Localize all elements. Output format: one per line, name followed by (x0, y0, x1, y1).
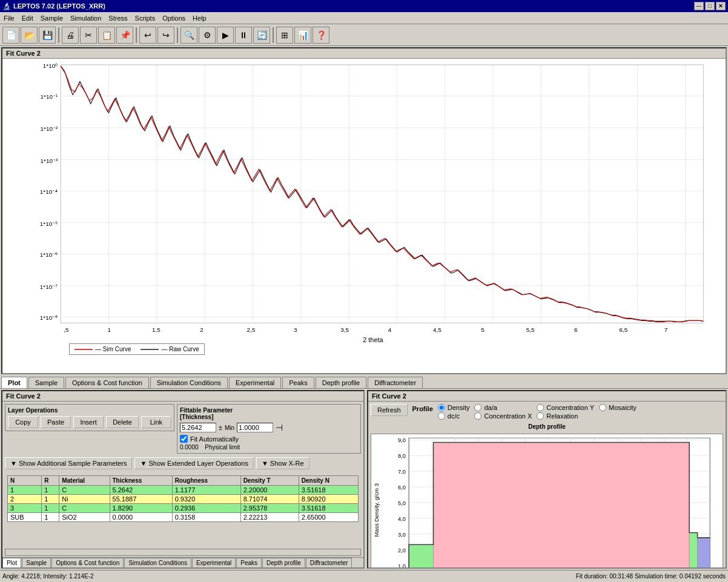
menu-edit[interactable]: Edit (18, 13, 37, 23)
title-bar-buttons: — □ ✕ (694, 2, 726, 10)
status-bar: Angle: 4.2218; Intensity: 1.214E-2 Fit d… (0, 570, 728, 582)
svg-text:8,0: 8,0 (398, 453, 406, 459)
toolbar-redo[interactable]: ↪ (157, 27, 174, 44)
relaxation-radio[interactable] (537, 412, 544, 420)
menu-options[interactable]: Options (159, 13, 189, 23)
toolbar-print[interactable]: 🖨 (62, 27, 79, 44)
profile-controls: Refresh Profile Density dc/c (368, 402, 726, 422)
menu-stress[interactable]: Stress (105, 13, 131, 23)
toolbar-chart[interactable]: 📊 (294, 27, 311, 44)
toolbar-paste[interactable]: 📌 (116, 27, 133, 44)
paste-button[interactable]: Paste (41, 416, 71, 428)
toolbar-sep-2 (136, 27, 137, 43)
toolbar-grid[interactable]: ⊞ (276, 27, 293, 44)
toolbar-new[interactable]: 📄 (2, 27, 19, 44)
radio-conc-y: Concentration Y (537, 404, 594, 411)
tab-peaks[interactable]: Peaks (282, 377, 314, 388)
left-tab-diffractometer[interactable]: Diffractometer (306, 558, 352, 567)
svg-text:1*10⁻¹: 1*10⁻¹ (41, 93, 58, 100)
toolbar-pause[interactable]: ⏸ (235, 27, 252, 44)
density-radio[interactable] (438, 404, 445, 411)
toolbar-save[interactable]: 💾 (39, 27, 56, 44)
mosaicity-radio[interactable] (599, 404, 606, 411)
svg-text:6,0: 6,0 (398, 484, 406, 491)
toolbar-cut[interactable]: ✂ (80, 27, 97, 44)
toolbar-settings[interactable]: ⚙ (199, 27, 216, 44)
menu-help[interactable]: Help (189, 13, 210, 23)
table-row[interactable]: 21Ni55.18870.93208.710748.90920 (8, 495, 359, 504)
fittable-box: Fittable Parameter[Thickness] ± Min ⊣ Fi… (177, 404, 361, 454)
tab-simulation[interactable]: Simulation Conditions (150, 377, 228, 388)
toolbar-refresh[interactable]: 🔄 (253, 27, 270, 44)
menu-scripts[interactable]: Scripts (131, 13, 159, 23)
toolbar-copy[interactable]: 📋 (98, 27, 115, 44)
svg-text:1,0: 1,0 (398, 563, 406, 569)
left-tab-plot[interactable]: Plot (2, 558, 21, 567)
table-row[interactable]: 11C5.26421.11772.200003.51618 (8, 486, 359, 495)
show-additional-button[interactable]: ▼ Show Additional Sample Parameters (5, 457, 132, 469)
table-row[interactable]: 31C1.82900.29362.953783.51618 (8, 504, 359, 513)
minimize-button[interactable]: — (694, 2, 704, 10)
tab-depth[interactable]: Depth profile (316, 377, 366, 388)
layer-table: N R Material Thickness Roughness Density… (7, 475, 359, 522)
delete-button[interactable]: Delete (106, 416, 139, 428)
toolbar-help[interactable]: ❓ (313, 27, 329, 44)
maximize-button[interactable]: □ (705, 2, 715, 10)
dcc-radio[interactable] (438, 412, 445, 420)
svg-text:1*10⁻⁷: 1*10⁻⁷ (40, 283, 58, 290)
svg-text:1,5: 1,5 (152, 326, 160, 333)
insert-button[interactable]: Insert (73, 416, 104, 428)
toolbar-zoom[interactable]: 🔍 (180, 27, 197, 44)
daa-radio[interactable] (474, 404, 481, 411)
tab-plot[interactable]: Plot (1, 377, 27, 388)
close-button[interactable]: ✕ (716, 2, 726, 10)
copy-button[interactable]: Copy (8, 416, 38, 428)
fittable-value-input[interactable] (180, 423, 216, 432)
table-wrapper: N R Material Thickness Roughness Density… (5, 473, 361, 545)
min-label: Min (225, 425, 234, 431)
tab-diffractometer[interactable]: Diffractometer (368, 377, 423, 388)
link-button[interactable]: Link (141, 416, 171, 428)
svg-text:4,5: 4,5 (433, 326, 442, 333)
radio-density: Density (438, 404, 470, 411)
table-row[interactable]: SUB1SiO20.00000.31582.222132.65000 (8, 513, 359, 522)
conc-y-radio[interactable] (537, 404, 544, 411)
left-tab-simulation[interactable]: Simulation Conditions (124, 558, 191, 567)
svg-rect-102 (434, 442, 690, 569)
left-tab-depth[interactable]: Depth profile (262, 558, 305, 567)
left-tab-experimental[interactable]: Experimental (192, 558, 236, 567)
main-tabs: Plot Sample Options & Cost function Simu… (0, 375, 728, 389)
svg-text:6,5: 6,5 (619, 326, 627, 333)
menu-simulation[interactable]: Simulation (67, 13, 105, 23)
app-icon: 🔬 (2, 2, 11, 10)
conc-x-radio[interactable] (474, 412, 481, 420)
legend-raw: — Raw Curve (141, 346, 199, 352)
menu-sample[interactable]: Sample (37, 13, 67, 23)
refresh-button[interactable]: Refresh (371, 404, 408, 416)
title-text: LEPTOS 7.02 (LEPTOS_XRR) (13, 2, 105, 10)
tab-sample[interactable]: Sample (28, 377, 64, 388)
toolbar-sim[interactable]: ▶ (217, 27, 234, 44)
left-tab-sample[interactable]: Sample (22, 558, 51, 567)
left-tab-options[interactable]: Options & Cost function (51, 558, 124, 567)
svg-text:7: 7 (664, 326, 668, 333)
horizontal-scrollbar[interactable] (5, 549, 361, 556)
toolbar-undo[interactable]: ↩ (139, 27, 156, 44)
fit-auto-checkbox[interactable] (180, 435, 188, 443)
plot-title: Fit Curve 2 (2, 48, 726, 59)
svg-text:5: 5 (481, 326, 485, 333)
svg-text:1*10⁻⁴: 1*10⁻⁴ (40, 188, 58, 195)
svg-text:5,0: 5,0 (398, 500, 406, 506)
toolbar-open[interactable]: 📂 (21, 27, 38, 44)
svg-text:3,5: 3,5 (340, 326, 349, 333)
tab-options[interactable]: Options & Cost function (65, 377, 149, 388)
show-extended-button[interactable]: ▼ Show Extended Layer Operations (134, 457, 253, 469)
tab-experimental[interactable]: Experimental (229, 377, 281, 388)
svg-text:2 theta: 2 theta (363, 336, 383, 343)
min-value-input[interactable] (237, 423, 273, 432)
menu-file[interactable]: File (0, 13, 18, 23)
left-tab-peaks[interactable]: Peaks (236, 558, 262, 567)
svg-text:4: 4 (388, 326, 392, 333)
fit-auto-label: Fit Automatically (190, 435, 239, 443)
show-x-button[interactable]: ▼ Show X-Re (256, 457, 309, 469)
